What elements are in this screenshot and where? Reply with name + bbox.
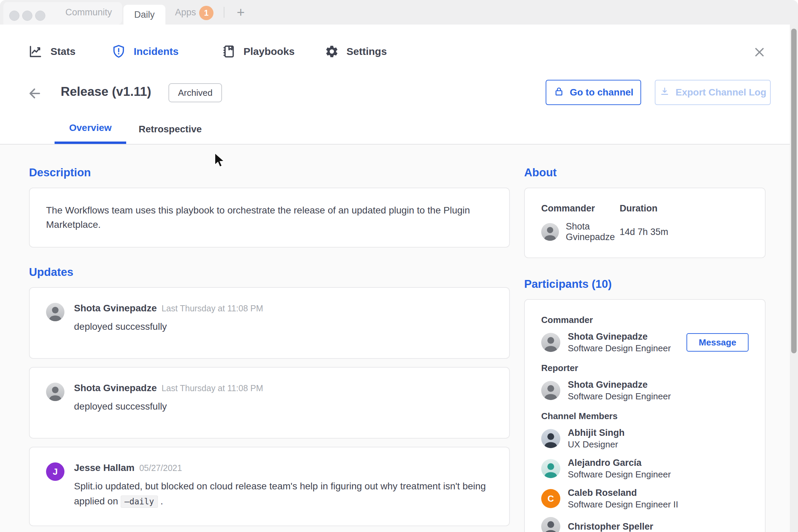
update-message: deployed successfully (74, 319, 263, 334)
participant-role: UX Designer (568, 439, 624, 450)
tab-apps[interactable]: Apps (173, 0, 198, 25)
shield-alert-icon (111, 44, 126, 59)
participant-name[interactable]: Abhijit Singh (568, 427, 624, 439)
avatar (541, 223, 559, 241)
participant-name[interactable]: Shota Gvinepadze (568, 379, 671, 390)
new-tab-button[interactable]: + (234, 5, 248, 19)
window-control-dot-1[interactable] (9, 11, 19, 21)
avatar: C (541, 489, 560, 508)
back-button[interactable] (27, 86, 43, 102)
commander-label: Commander (541, 203, 620, 214)
lock-icon (553, 86, 564, 99)
participant-role: Software Design Engineer II (568, 499, 678, 510)
main-column: Description The Workflows team uses this… (29, 145, 510, 532)
update-card: J Jesse Hallam05/27/2021 Split.io update… (29, 447, 510, 526)
nav-label-incidents: Incidents (134, 46, 179, 57)
avatar (541, 429, 560, 448)
message-button[interactable]: Message (686, 333, 749, 352)
commander-value: Shota Gvinepadze (541, 221, 620, 242)
playbook-book-icon (221, 44, 236, 59)
member-row: Christopher Speller (541, 517, 749, 532)
window-tab-bar: Community Daily Apps 1 + (0, 0, 798, 25)
tab-community[interactable]: Community (60, 0, 117, 25)
incident-header: Release (v1.11) Archived Go to channel E… (0, 78, 798, 109)
go-to-channel-label: Go to channel (570, 87, 634, 98)
participants-heading: Participants (10) (524, 277, 766, 291)
member-row: Alejandro García Software Design Enginee… (541, 457, 749, 480)
nav-item-playbooks[interactable]: Playbooks (221, 25, 295, 78)
tab-daily[interactable]: Daily (123, 5, 165, 25)
avatar (46, 303, 64, 321)
app-window: Community Daily Apps 1 + Stats (0, 0, 798, 532)
gear-icon (325, 44, 339, 59)
duration-value: 14d 7h 35m (620, 221, 749, 242)
avatar-initial: J (53, 467, 58, 477)
about-heading: About (524, 166, 766, 179)
avatar (541, 459, 560, 478)
apps-unread-badge: 1 (199, 6, 213, 20)
export-channel-log-label: Export Channel Log (676, 87, 766, 98)
description-card: The Workflows team uses this playbook to… (29, 188, 510, 248)
description-heading: Description (29, 166, 510, 179)
detail-tabs: Overview Retrospective (0, 114, 798, 145)
inline-code-chip: –daily (121, 496, 158, 508)
participant-name[interactable]: Caleb Roseland (568, 487, 678, 499)
window-control-dot-2[interactable] (22, 11, 32, 21)
nav-label-settings: Settings (346, 46, 387, 57)
avatar (46, 383, 64, 401)
about-card: Commander Duration Shota Gvinepadze 14d … (524, 188, 766, 258)
status-badge-archived: Archived (168, 83, 222, 102)
update-author[interactable]: Shota Gvinepadze (74, 303, 157, 313)
download-icon (659, 86, 670, 99)
side-column: About Commander Duration Shota Gvinepadz… (524, 145, 766, 532)
participant-row-reporter: Shota Gvinepadze Software Design Enginee… (541, 379, 749, 402)
participants-commander-label: Commander (541, 315, 749, 325)
avatar (541, 333, 560, 352)
participant-row-commander: Shota Gvinepadze Software Design Enginee… (541, 331, 749, 354)
updates-heading: Updates (29, 265, 510, 279)
participant-name[interactable]: Christopher Speller (568, 521, 653, 532)
window-control-dot-3[interactable] (35, 11, 45, 21)
tab-overview[interactable]: Overview (55, 114, 126, 144)
participants-reporter-label: Reporter (541, 363, 749, 373)
update-message: deployed successfully (74, 399, 263, 414)
tabbar-divider (224, 7, 224, 18)
member-row: C Caleb Roseland Software Design Enginee… (541, 487, 749, 510)
mouse-cursor (214, 153, 227, 169)
update-message-suffix: . (161, 496, 163, 506)
avatar (541, 517, 560, 532)
channel-members-label: Channel Members (541, 411, 749, 422)
duration-label: Duration (620, 203, 749, 214)
go-to-channel-button[interactable]: Go to channel (546, 80, 641, 105)
participant-role: Software Design Engineer (568, 342, 671, 354)
backstage-nav: Stats Incidents (0, 25, 798, 78)
description-text: The Workflows team uses this playbook to… (46, 205, 470, 230)
update-author[interactable]: Shota Gvinepadze (74, 383, 157, 393)
tab-retrospective[interactable]: Retrospective (134, 114, 206, 144)
avatar: J (46, 462, 64, 481)
commander-name[interactable]: Shota Gvinepadze (566, 221, 620, 242)
export-channel-log-button[interactable]: Export Channel Log (655, 80, 771, 105)
update-timestamp: Last Thursday at 11:08 PM (162, 304, 263, 313)
participant-role: Software Design Engineer (568, 390, 671, 402)
update-timestamp: 05/27/2021 (139, 463, 182, 473)
participant-role: Software Design Engineer (568, 469, 671, 480)
nav-item-settings[interactable]: Settings (325, 25, 387, 78)
stats-chart-icon (28, 44, 43, 59)
update-card: Shota GvinepadzeLast Thursday at 11:08 P… (29, 367, 510, 439)
nav-item-incidents[interactable]: Incidents (111, 25, 179, 78)
close-backstage-button[interactable] (752, 45, 767, 61)
incident-title: Release (v1.11) (61, 85, 151, 99)
nav-item-stats[interactable]: Stats (28, 25, 75, 78)
scrollbar-thumb[interactable] (791, 29, 797, 353)
overview-body: Description The Workflows team uses this… (0, 145, 798, 532)
participant-name[interactable]: Alejandro García (568, 457, 671, 469)
update-card: Shota GvinepadzeLast Thursday at 11:08 P… (29, 287, 510, 359)
nav-label-stats: Stats (50, 46, 75, 57)
back-arrow-icon (27, 86, 43, 103)
update-author[interactable]: Jesse Hallam (74, 462, 134, 473)
avatar-initial: C (548, 493, 554, 504)
member-row: Abhijit Singh UX Designer (541, 427, 749, 450)
participants-card: Commander Shota Gvinepadze Software Desi… (524, 299, 766, 532)
participant-name[interactable]: Shota Gvinepadze (568, 331, 671, 342)
